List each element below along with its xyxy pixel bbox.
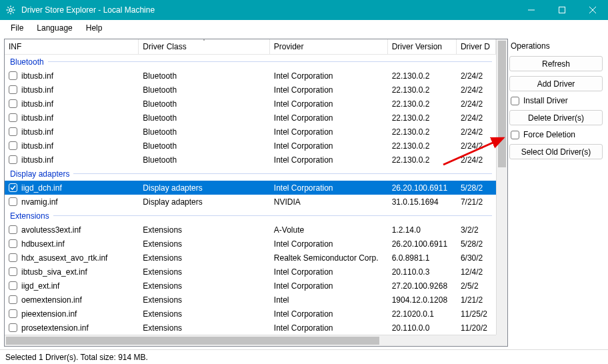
driver-list: INFDriver Class˄ProviderDriver VersionDr… [4,39,508,347]
inf-name: ibtusb.inf [21,71,53,81]
table-row[interactable]: ibtusb.infBluetoothIntel Corporation22.1… [5,125,496,139]
table-row[interactable]: ibtusb.infBluetoothIntel Corporation22.1… [5,97,496,111]
row-checkbox[interactable] [9,127,17,136]
titlebar[interactable]: Driver Store Explorer - Local Machine [0,0,608,20]
delete-drivers-button[interactable]: Delete Driver(s) [509,110,603,125]
install-driver-checkbox[interactable]: Install Driver [511,96,603,105]
table-row[interactable]: pieextension.infExtensionsIntel Corporat… [5,307,496,321]
row-checkbox[interactable] [9,183,17,192]
select-old-drivers-button[interactable]: Select Old Driver(s) [509,144,603,159]
cell-ver: 20.110.0.0 [388,323,457,333]
cell-date: 11/20/2 [457,323,496,333]
cell-date: 12/4/2 [457,267,496,277]
minimize-button[interactable] [516,0,547,20]
horizontal-scrollbar[interactable] [5,335,496,346]
cell-date: 2/24/2 [457,85,496,95]
cell-date: 11/25/2 [457,309,496,319]
table-row[interactable]: prosetextension.infExtensionsIntel Corpo… [5,321,496,335]
cell-class: Extensions [139,309,269,319]
table-row[interactable]: oemextension.infExtensionsIntel1904.12.0… [5,293,496,307]
maximize-button[interactable] [547,0,577,20]
cell-ver: 22.130.0.2 [388,99,457,109]
row-checkbox[interactable] [9,155,17,164]
cell-class: Display adapters [139,183,269,193]
menu-help[interactable]: Help [79,22,109,34]
column-header-prov[interactable]: Provider [270,39,388,54]
cell-date: 3/2/2 [457,225,496,235]
cell-date: 5/28/2 [457,183,496,193]
cell-date: 2/24/2 [457,155,496,165]
cell-date: 7/21/2 [457,197,496,207]
cell-date: 2/24/2 [457,141,496,151]
table-row[interactable]: ibtusb_siva_ext.infExtensionsIntel Corpo… [5,265,496,279]
row-checkbox[interactable] [9,141,17,150]
column-header-inf[interactable]: INF [5,39,139,54]
cell-ver: 6.0.8981.1 [388,253,457,263]
checkbox-icon [511,131,519,139]
table-row[interactable]: iigd_dch.infDisplay adaptersIntel Corpor… [5,181,496,195]
cell-date: 6/30/2 [457,253,496,263]
column-header-date[interactable]: Driver D [457,39,496,54]
table-row[interactable]: nvamig.infDisplay adaptersNVIDIA31.0.15.… [5,195,496,209]
group-header[interactable]: Bluetooth [5,55,496,69]
cell-ver: 26.20.100.6911 [388,183,457,193]
cell-ver: 22.130.0.2 [388,141,457,151]
inf-name: hdbusext.inf [21,239,65,249]
table-row[interactable]: ibtusb.infBluetoothIntel Corporation22.1… [5,69,496,83]
install-driver-label: Install Driver [523,96,568,105]
table-row[interactable]: avolutess3ext.infExtensionsA-Volute1.2.1… [5,223,496,237]
row-checkbox[interactable] [9,113,17,122]
inf-name: ibtusb.inf [21,85,53,95]
cell-class: Extensions [139,253,269,263]
cell-ver: 22.130.0.2 [388,113,457,123]
row-checkbox[interactable] [9,267,17,276]
refresh-button[interactable]: Refresh [509,56,603,71]
row-checkbox[interactable] [9,323,17,332]
inf-name: pieextension.inf [21,309,77,319]
inf-name: hdx_asusext_avo_rtk.inf [21,253,107,263]
inf-name: iigd_ext.inf [21,281,59,291]
cell-ver: 22.130.0.2 [388,127,457,137]
row-checkbox[interactable] [9,239,17,248]
row-checkbox[interactable] [9,85,17,94]
table-row[interactable]: ibtusb.infBluetoothIntel Corporation22.1… [5,153,496,167]
table-row[interactable]: ibtusb.infBluetoothIntel Corporation22.1… [5,83,496,97]
inf-name: iigd_dch.inf [21,183,62,193]
cell-ver: 26.20.100.6911 [388,239,457,249]
svg-point-0 [9,9,12,11]
row-checkbox[interactable] [9,281,17,290]
row-checkbox[interactable] [9,197,17,206]
menu-file[interactable]: File [4,22,30,34]
cell-ver: 20.110.0.3 [388,267,457,277]
row-checkbox[interactable] [9,225,17,234]
row-checkbox[interactable] [9,309,17,318]
group-header[interactable]: Display adapters [5,167,496,181]
table-row[interactable]: hdbusext.infExtensionsIntel Corporation2… [5,237,496,251]
cell-prov: Intel Corporation [270,85,388,95]
cell-class: Extensions [139,323,269,333]
add-driver-button[interactable]: Add Driver [509,76,603,91]
group-header[interactable]: Extensions [5,209,496,223]
cell-prov: Intel Corporation [270,141,388,151]
table-row[interactable]: iigd_ext.infExtensionsIntel Corporation2… [5,279,496,293]
force-deletion-checkbox[interactable]: Force Deletion [511,130,603,139]
row-checkbox[interactable] [9,71,17,80]
table-row[interactable]: ibtusb.infBluetoothIntel Corporation22.1… [5,139,496,153]
column-header-ver[interactable]: Driver Version [388,39,457,54]
menubar: File Language Help [0,20,608,36]
cell-class: Bluetooth [139,127,269,137]
close-button[interactable] [577,0,608,20]
row-checkbox[interactable] [9,295,17,304]
row-checkbox[interactable] [9,253,17,262]
cell-date: 1/21/2 [457,295,496,305]
table-row[interactable]: ibtusb.infBluetoothIntel Corporation22.1… [5,111,496,125]
row-checkbox[interactable] [9,99,17,108]
column-header-class[interactable]: Driver Class˄ [139,39,269,54]
cell-class: Bluetooth [139,99,269,109]
vertical-scrollbar[interactable] [496,39,507,335]
menu-language[interactable]: Language [30,22,79,34]
table-row[interactable]: hdx_asusext_avo_rtk.infExtensionsRealtek… [5,251,496,265]
inf-name: nvamig.inf [21,197,58,207]
status-text: Selected 1 Driver(s). Total size: 914 MB… [5,353,148,362]
cell-ver: 27.20.100.9268 [388,281,457,291]
